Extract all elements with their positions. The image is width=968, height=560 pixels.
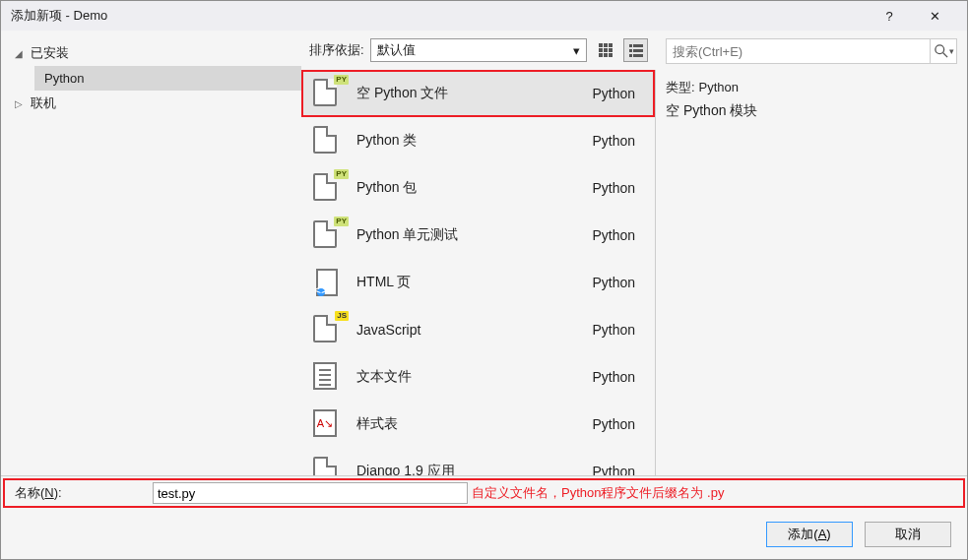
template-language: Python bbox=[592, 180, 643, 196]
svg-rect-9 bbox=[629, 44, 632, 47]
template-panel: 排序依据: 默认值 ▾ PY空 Python 文件PythonPython 类P… bbox=[301, 31, 656, 475]
template-language: Python bbox=[592, 416, 643, 432]
svg-rect-7 bbox=[604, 53, 608, 57]
template-label: Python 类 bbox=[356, 132, 592, 150]
name-input[interactable] bbox=[153, 482, 468, 504]
close-button[interactable]: ✕ bbox=[912, 1, 957, 31]
template-language: Python bbox=[592, 464, 643, 475]
titlebar: 添加新项 - Demo ? ✕ bbox=[1, 1, 967, 31]
svg-point-18 bbox=[935, 45, 943, 54]
tree-label: 已安装 bbox=[31, 44, 69, 62]
view-list-button[interactable] bbox=[623, 38, 648, 62]
tree-label: 联机 bbox=[31, 94, 56, 112]
add-button[interactable]: 添加(A) bbox=[766, 522, 853, 547]
tree-label: Python bbox=[44, 71, 84, 86]
chevron-right-icon: ▷ bbox=[15, 98, 27, 109]
grid-icon bbox=[598, 42, 613, 58]
svg-rect-1 bbox=[604, 43, 608, 47]
category-tree: ◢ 已安装 Python ▷ 联机 bbox=[1, 31, 301, 475]
detail-type: 类型: Python bbox=[666, 76, 957, 99]
detail-description: 空 Python 模块 bbox=[666, 99, 957, 123]
template-item[interactable]: Python 类Python bbox=[301, 117, 655, 164]
template-item[interactable]: A↘样式表Python bbox=[301, 401, 655, 448]
svg-line-19 bbox=[942, 53, 946, 57]
template-item[interactable]: PYPython 单元测试Python bbox=[301, 212, 655, 259]
chevron-down-icon: ◢ bbox=[15, 48, 27, 59]
template-language: Python bbox=[592, 369, 643, 385]
search-icon bbox=[935, 44, 948, 58]
template-label: Python 包 bbox=[356, 179, 592, 197]
dialog-footer: 名称(N): 自定义文件名，Python程序文件后缀名为 .py 添加(A) 取… bbox=[1, 475, 967, 559]
template-language: Python bbox=[592, 133, 643, 149]
detail-panel: ▾ 类型: Python 空 Python 模块 bbox=[656, 31, 967, 475]
svg-rect-13 bbox=[629, 54, 632, 57]
svg-rect-3 bbox=[599, 48, 603, 52]
tree-node-python[interactable]: Python bbox=[34, 66, 301, 91]
svg-rect-5 bbox=[609, 48, 613, 52]
svg-rect-2 bbox=[609, 43, 613, 47]
help-button[interactable]: ? bbox=[867, 1, 912, 31]
template-language: Python bbox=[592, 275, 643, 290]
svg-rect-11 bbox=[629, 49, 632, 52]
chevron-down-icon: ▾ bbox=[573, 43, 580, 58]
template-item[interactable]: 文本文件Python bbox=[301, 353, 655, 401]
search-button[interactable]: ▾ bbox=[930, 38, 957, 64]
template-label: 样式表 bbox=[356, 415, 592, 433]
view-icons-button[interactable] bbox=[593, 38, 617, 62]
tree-node-installed[interactable]: ◢ 已安装 bbox=[1, 40, 301, 66]
template-item[interactable]: <>HTML 页Python bbox=[301, 259, 655, 306]
list-icon bbox=[628, 42, 644, 58]
name-label: 名称(N): bbox=[15, 484, 153, 502]
template-label: JavaScript bbox=[356, 322, 592, 338]
svg-rect-10 bbox=[633, 44, 643, 47]
template-label: HTML 页 bbox=[356, 274, 592, 291]
template-language: Python bbox=[592, 86, 643, 101]
template-label: 文本文件 bbox=[356, 368, 592, 386]
template-label: Django 1.9 应用 bbox=[356, 463, 592, 475]
svg-rect-14 bbox=[633, 54, 643, 57]
cancel-button[interactable]: 取消 bbox=[865, 522, 951, 547]
svg-rect-8 bbox=[609, 53, 613, 57]
dialog-window: 添加新项 - Demo ? ✕ ◢ 已安装 Python ▷ 联机 排序依 bbox=[0, 0, 968, 560]
sort-value: 默认值 bbox=[377, 41, 416, 59]
template-item[interactable]: PY空 Python 文件Python bbox=[301, 70, 655, 117]
template-item[interactable]: Django 1.9 应用Python bbox=[301, 448, 655, 475]
sort-dropdown[interactable]: 默认值 ▾ bbox=[370, 38, 587, 62]
name-row: 名称(N): 自定义文件名，Python程序文件后缀名为 .py bbox=[3, 478, 965, 508]
svg-rect-6 bbox=[599, 53, 603, 57]
svg-rect-12 bbox=[633, 49, 643, 52]
template-label: Python 单元测试 bbox=[356, 226, 592, 244]
chevron-down-icon: ▾ bbox=[949, 46, 954, 56]
window-title: 添加新项 - Demo bbox=[11, 7, 107, 25]
svg-rect-4 bbox=[604, 48, 608, 52]
svg-text:<>: <> bbox=[315, 282, 329, 296]
sort-label: 排序依据: bbox=[309, 41, 364, 59]
template-item[interactable]: PYPython 包Python bbox=[301, 164, 655, 212]
template-item[interactable]: JSJavaScriptPython bbox=[301, 306, 655, 353]
svg-rect-0 bbox=[599, 43, 603, 47]
template-label: 空 Python 文件 bbox=[356, 85, 592, 102]
name-hint: 自定义文件名，Python程序文件后缀名为 .py bbox=[468, 484, 724, 502]
tree-node-online[interactable]: ▷ 联机 bbox=[1, 91, 301, 116]
template-list[interactable]: PY空 Python 文件PythonPython 类PythonPYPytho… bbox=[301, 70, 656, 475]
template-language: Python bbox=[592, 227, 643, 243]
search-input[interactable] bbox=[666, 38, 957, 64]
template-language: Python bbox=[592, 322, 643, 338]
